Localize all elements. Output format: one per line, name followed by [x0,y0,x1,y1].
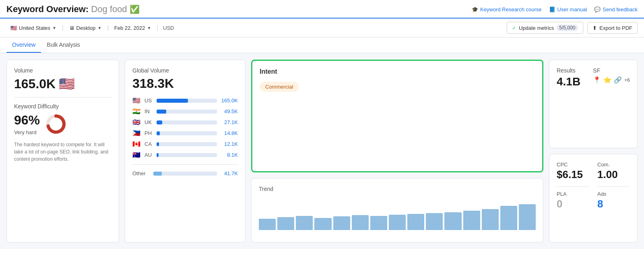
date-label: Feb 22, 2022 [114,25,145,31]
trend-bar-14 [500,206,517,230]
code-ca: CA [144,141,153,147]
update-badge: 5/5,000 [556,25,578,31]
location-icon: 📍 [593,76,601,84]
manual-icon: 📘 [549,6,555,12]
com-metric: Com. 1.00 [597,162,630,181]
flag-au: 🇦🇺 [132,151,141,159]
volume-value: 165.0K 🇺🇸 [14,76,111,91]
trend-bar-11 [444,212,461,230]
bar-au [157,153,217,157]
main-content: Volume 165.0K 🇺🇸 Keyword Difficulty 96% … [0,53,644,249]
volume-card: Volume 165.0K 🇺🇸 Keyword Difficulty 96% … [6,60,119,242]
pla-metric: PLA 0 [557,187,589,210]
flag-ca: 🇨🇦 [132,140,141,148]
country-row-us: 🇺🇸 US 165.0K [132,97,238,104]
export-button[interactable]: ⬆ Export to PDF [587,22,638,34]
tabs: Overview Bulk Analysis [0,37,644,53]
actions: ✓ Update metrics 5/5,000 ⬆ Export to PDF [507,22,638,34]
feedback-icon: 💬 [594,6,601,12]
flag-ph: 🇵🇭 [132,129,141,137]
val-ph: 14.8K [220,130,238,136]
divider2 [132,164,238,165]
bar-ph [157,131,217,135]
chevron-down-icon: ▼ [52,26,56,30]
volume-label: Volume [14,67,111,74]
title-keyword: Dog food [91,4,127,14]
feedback-link[interactable]: 💬 Send feedback [594,6,638,12]
device-filter[interactable]: 🖥 Desktop ▼ [65,23,106,33]
manual-link[interactable]: 📘 User manual [549,6,587,12]
code-au: AU [144,152,153,158]
code-ph: PH [144,130,153,136]
pla-label: PLA [557,191,589,197]
code-us: US [144,97,153,104]
update-metrics-button[interactable]: ✓ Update metrics 5/5,000 [507,22,583,34]
metrics-grid: CPC $6.15 Com. 1.00 PLA 0 Ads 8 [557,162,630,210]
update-label: Update metrics [519,25,554,31]
title-prefix: Keyword Overview: [6,4,89,14]
com-label: Com. [597,162,630,168]
date-filter[interactable]: Feb 22, 2022 ▼ [110,23,155,33]
us-flag: 🇺🇸 [10,25,17,31]
trend-bars [259,198,536,230]
desktop-icon: 🖥 [69,25,74,31]
trend-label: Trend [259,186,536,192]
results-label: Results [557,67,593,74]
kd-value: 96% [14,113,40,128]
sub-bar: 🇺🇸 United States ▼ | 🖥 Desktop ▼ | Feb 2… [0,19,644,37]
flag-uk: 🇬🇧 [132,118,141,126]
other-row: Other 41.7K [132,170,238,176]
global-label: Global Volume [132,67,238,74]
sf-extra: +6 [624,77,630,83]
country-list: 🇺🇸 US 165.0K 🇮🇳 IN 49.5K 🇬🇧 UK 27.1K [132,97,238,176]
export-icon: ⬆ [592,25,597,31]
val-us: 165.0K [220,97,238,104]
right-column: Results 4.1B SF 📍 ⭐ 🔗 +6 CPC [549,60,638,242]
results-value: 4.1B [557,75,593,88]
middle-column: Intent Commercial Trend [251,60,543,242]
results-col: Results 4.1B [557,67,593,88]
course-link[interactable]: 🎓 Keyword Research course [472,6,541,12]
country-row-uk: 🇬🇧 UK 27.1K [132,118,238,126]
tab-overview[interactable]: Overview [6,37,41,53]
tab-bulk-analysis[interactable]: Bulk Analysis [41,37,85,53]
ads-metric: Ads 8 [597,187,630,210]
kd-sub: Very hard [14,129,40,135]
country-row-in: 🇮🇳 IN 49.5K [132,108,238,115]
com-value: 1.00 [597,168,630,181]
divider [14,97,111,97]
global-value: 318.3K [132,76,238,91]
bar-us [157,99,217,103]
ads-value: 8 [597,198,630,210]
val-uk: 27.1K [220,119,238,125]
trend-bar-2 [277,217,294,230]
other-label: Other [132,170,150,176]
trend-bar-15 [519,204,536,230]
trend-bar-6 [352,215,369,230]
flag-us: 🇺🇸 [132,97,141,104]
country-filter[interactable]: 🇺🇸 United States ▼ [6,23,60,33]
trend-bar-4 [314,218,331,230]
pla-value: 0 [557,198,589,210]
bar-other [153,172,217,176]
val-ca: 12.1K [220,141,238,147]
manual-label: User manual [557,6,587,12]
chevron-down-icon2: ▼ [97,26,101,30]
link-icon: 🔗 [614,76,622,84]
code-in: IN [144,108,153,114]
trend-bar-7 [370,216,387,230]
us-flag-volume: 🇺🇸 [59,76,75,91]
kd-section: Keyword Difficulty 96% Very hard The har… [14,103,111,163]
course-label: Keyword Research course [480,6,541,12]
top-bar: Keyword Overview: Dog food ✅ 🎓 Keyword R… [0,0,644,19]
cpc-value: $6.15 [557,168,589,181]
chevron-down-icon3: ▼ [147,26,151,30]
checkmark-icon: ✓ [512,25,516,31]
trend-bar-9 [407,214,424,230]
other-val: 41.7K [220,170,238,176]
metrics-card: CPC $6.15 Com. 1.00 PLA 0 Ads 8 [549,154,638,242]
bar-ca [157,142,217,146]
kd-label: Keyword Difficulty [14,103,111,110]
trend-bar-5 [333,216,350,230]
device-label: Desktop [76,25,96,31]
